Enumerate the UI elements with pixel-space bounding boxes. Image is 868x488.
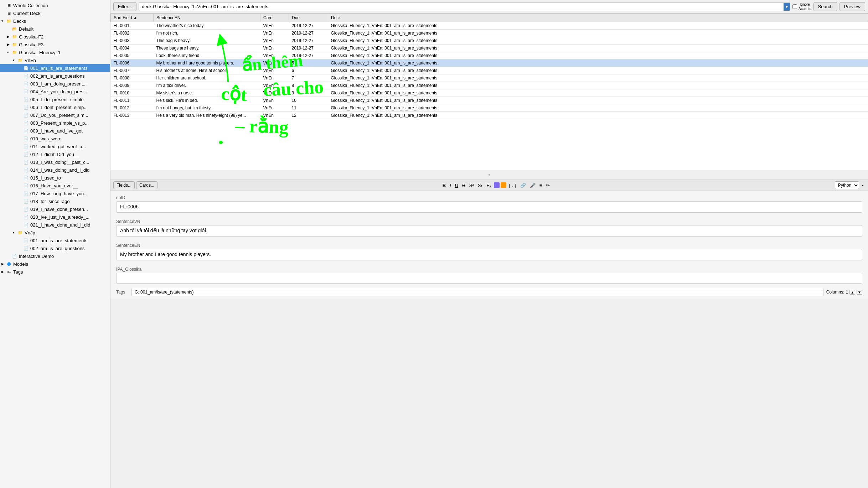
sidebar-item-017-how-long-have-you[interactable]: 📄017_How_long_have_you...	[0, 190, 110, 197]
search-dropdown-button[interactable]: ▾	[784, 3, 790, 11]
sidebar-item-vnen[interactable]: ▾📁VnEn	[0, 56, 110, 64]
sidebar-item-002-am-is-questions[interactable]: 📄002_am_is_are_questions	[0, 72, 110, 80]
search-button[interactable]: Search	[813, 2, 837, 11]
sidebar-item-020-ive-just-already[interactable]: 📄020_Ive_just_Ive_already_...	[0, 213, 110, 221]
ipa-section: IPA_Glossika	[110, 263, 868, 286]
sidebar-item-012-i-didnt-did-you[interactable]: 📄012_I_didnt_Did_you__	[0, 150, 110, 158]
color-button-orange[interactable]	[501, 182, 506, 188]
sidebar-item-019-i-have-done-pres[interactable]: 📄019_I_have_done_presen...	[0, 205, 110, 213]
html-button[interactable]: ✏	[544, 182, 551, 189]
sidebar-item-interactive-demo[interactable]: 📄Interactive Demo	[0, 252, 110, 260]
sidebar-item-008-present-simple-vs[interactable]: 📄008_Present_simple_vs_p...	[0, 119, 110, 127]
sidebar-item-004-are-you-doing[interactable]: 📄004_Are_you_doing_pres...	[0, 88, 110, 95]
sidebar-item-vnjp-001[interactable]: 📄001_am_is_are_statements	[0, 237, 110, 244]
table-cell-sort-field: FL-0001	[111, 22, 154, 30]
underline-button[interactable]: U	[454, 182, 460, 189]
strikethrough-button[interactable]: S	[461, 182, 467, 189]
columns-up-button[interactable]: ▲	[849, 290, 855, 295]
search-input[interactable]	[139, 2, 784, 11]
table-cell-card: VnEn	[260, 67, 289, 74]
sidebar-item-010-was-were[interactable]: 📄010_was_were	[0, 135, 110, 142]
language-select[interactable]: Python	[835, 181, 859, 189]
format-buttons: B I U S S² S₂ Fₓ […] 🔗 🎤 ≡ ✏	[159, 182, 833, 189]
table-row[interactable]: FL-0002I'm not rich.VnEn2019-12-27Glossi…	[111, 30, 868, 37]
sidebar-item-tags[interactable]: ▶🏷Tags	[0, 268, 110, 276]
sidebar-item-whole-collection[interactable]: ⊞Whole Collection	[0, 1, 110, 9]
record-button[interactable]: 🎤	[528, 182, 537, 189]
sentence-en-header[interactable]: SentenceEN	[154, 14, 260, 22]
sidebar-item-005-i-do-present[interactable]: 📄005_I_do_present_simple	[0, 95, 110, 103]
table-row[interactable]: FL-0013He's a very old man. He's ninety-…	[111, 112, 868, 119]
sidebar-item-label: 018_for_since_ago	[30, 199, 70, 204]
subscript-button[interactable]: S₂	[476, 182, 484, 189]
table-row[interactable]: FL-0007His mother's at home. He's at sch…	[111, 67, 868, 74]
color-button-purple[interactable]	[494, 182, 500, 188]
sidebar-item-glossika-fluency-1[interactable]: ▾📁Glossika_Fluency_1	[0, 48, 110, 56]
sidebar-item-label: 016_Have_you_ever__	[30, 183, 78, 188]
due-header[interactable]: Due	[289, 14, 328, 22]
link-button[interactable]: 🔗	[519, 182, 527, 189]
table-row[interactable]: FL-0010My sister's a nurse.VnEn9Glossika…	[111, 89, 868, 97]
sidebar-item-models[interactable]: ▶🔷Models	[0, 260, 110, 268]
tags-input[interactable]	[131, 288, 823, 296]
sidebar-item-016-have-you-ever[interactable]: 📄016_Have_you_ever__	[0, 182, 110, 190]
table-row[interactable]: FL-0011He's sick. He's in bed.VnEn10Glos…	[111, 97, 868, 104]
sidebar-item-glossika-f2[interactable]: ▶📁Glossika-F2	[0, 33, 110, 41]
sidebar-item-default[interactable]: 📂Default	[0, 25, 110, 33]
table-row[interactable]: FL-0009I'm a taxi driver.VnEn8Glossika_F…	[111, 82, 868, 89]
sidebar-item-006-i-dont-present[interactable]: 📄006_I_dont_present_simp...	[0, 103, 110, 111]
bold-button[interactable]: B	[441, 182, 447, 189]
sidebar-item-003-i-am-doing[interactable]: 📄003_I_am_doing_present...	[0, 80, 110, 88]
table-row[interactable]: FL-0008Her children are at school.VnEn7G…	[111, 74, 868, 82]
sidebar-item-vnjp[interactable]: ▾📁VnJp	[0, 229, 110, 237]
filter-button[interactable]: Filter...	[113, 2, 136, 11]
sentence-en-value[interactable]: My brother and I are good tennis players…	[116, 249, 862, 260]
sidebar-item-011-worked-got-went[interactable]: 📄011_worked_got_went_p...	[0, 142, 110, 150]
superscript-button[interactable]: S²	[468, 182, 475, 189]
grid-icon: ⊞	[6, 2, 12, 8]
table-cell-sort-field: FL-0008	[111, 74, 154, 82]
list-button[interactable]: ≡	[538, 182, 544, 189]
function-button[interactable]: Fₓ	[485, 182, 493, 189]
sidebar-item-001-am-is-are[interactable]: 📄001_am_is_are_statements	[0, 64, 110, 72]
file-icon: 📄	[23, 112, 29, 118]
sidebar-item-013-i-was-doing-past[interactable]: 📄013_I_was_doing__past_c...	[0, 158, 110, 166]
sidebar-item-glossika-f3[interactable]: ▶📁Glossika-F3	[0, 41, 110, 48]
sidebar-item-label: 011_worked_got_went_p...	[30, 144, 86, 149]
sidebar-item-018-for-since-ago[interactable]: 📄018_for_since_ago	[0, 197, 110, 205]
table-cell-due: 7	[289, 74, 328, 82]
lang-dropdown-button[interactable]: ▾	[861, 183, 865, 188]
sidebar-item-021-i-have-done-and-i-did[interactable]: 📄021_I_have_done_and_I_did	[0, 221, 110, 229]
table-row[interactable]: FL-0003This bag is heavy.VnEn2019-12-27G…	[111, 37, 868, 45]
table-row[interactable]: FL-0012I'm not hungry, but I'm thirsty.V…	[111, 104, 868, 112]
file-icon: 📄	[23, 81, 29, 87]
table-row[interactable]: FL-0006My brother and I are good tennis …	[111, 59, 868, 67]
ipa-value[interactable]	[116, 273, 862, 284]
bracket-button[interactable]: […]	[507, 182, 517, 189]
chevron-icon: ▾	[1, 19, 5, 23]
ignore-accents-checkbox[interactable]	[792, 4, 797, 9]
cards-button[interactable]: Cards...	[136, 181, 157, 189]
sidebar-item-vnjp-002[interactable]: 📄002_am_is_are_questions	[0, 244, 110, 252]
table-row[interactable]: FL-0001The weather's nice today.VnEn2019…	[111, 22, 868, 30]
sidebar-item-decks[interactable]: ▾📁Decks	[0, 17, 110, 25]
table-row[interactable]: FL-0005Look, there's my friend.VnEn2019-…	[111, 52, 868, 59]
table-row[interactable]: FL-0004These bags are heavy.VnEn2019-12-…	[111, 45, 868, 52]
sort-field-header[interactable]: Sort Field ▲	[111, 14, 154, 22]
note-id-value[interactable]: FL-0006	[116, 201, 862, 213]
sidebar-item-current-deck[interactable]: ⊟Current Deck	[0, 9, 110, 17]
sidebar-item-009-i-have-ive-got[interactable]: 📄009_I_have_and_Ive_got	[0, 127, 110, 135]
preview-button[interactable]: Preview	[839, 2, 865, 11]
file-icon: 📄	[23, 222, 29, 228]
table-cell-sentence-en: I'm not hungry, but I'm thirsty.	[154, 104, 260, 112]
sidebar-item-007-do-you-present[interactable]: 📄007_Do_you_present_sim...	[0, 111, 110, 119]
sidebar-item-015-i-used-to[interactable]: 📄015_I_used_to	[0, 174, 110, 182]
sentence-vn-value[interactable]: Anh tôi và tôi đều là những tay vợt giỏi…	[116, 225, 862, 237]
sidebar-item-014-i-was-doing-and[interactable]: 📄014_I_was_doing_and_I_did	[0, 166, 110, 174]
fields-button[interactable]: Fields...	[113, 181, 135, 189]
file-icon: 📄	[23, 159, 29, 165]
deck-header[interactable]: Deck	[328, 14, 868, 22]
columns-down-button[interactable]: ▼	[857, 290, 862, 295]
italic-button[interactable]: I	[448, 182, 453, 189]
card-header[interactable]: Card	[260, 14, 289, 22]
